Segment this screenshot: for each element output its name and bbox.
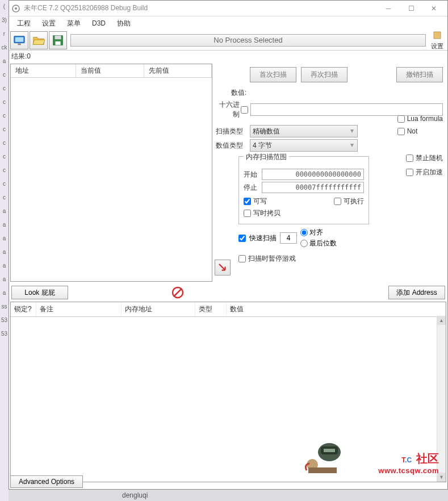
svg-rect-7 — [55, 41, 60, 44]
floppy-icon — [52, 34, 64, 47]
taskbar: dengluqi — [9, 490, 448, 501]
col-current[interactable]: 当前值 — [76, 64, 144, 77]
no-random-checkbox[interactable] — [406, 155, 413, 162]
menu-menu[interactable]: 菜单 — [61, 18, 86, 30]
taskbar-item[interactable]: dengluqi — [122, 491, 148, 499]
settings-icon — [432, 30, 442, 40]
results-count: 结果:0 — [9, 51, 447, 62]
monitor-icon — [13, 34, 26, 47]
close-button[interactable]: ✕ — [422, 1, 445, 16]
col-address[interactable]: 地址 — [11, 64, 76, 77]
ct-col-lock[interactable]: 锁定? — [11, 302, 36, 316]
open-button[interactable] — [30, 31, 48, 49]
svg-rect-13 — [324, 449, 335, 452]
undo-scan-button[interactable]: 撤销扫描 — [396, 67, 443, 82]
value-label: 数值: — [216, 88, 250, 98]
menu-d3d[interactable]: D3D — [86, 18, 111, 28]
menu-settings[interactable]: 设置 — [36, 18, 61, 30]
executable-checkbox[interactable] — [334, 198, 341, 205]
hex-checkbox[interactable] — [241, 106, 248, 114]
select-process-button[interactable] — [10, 31, 28, 49]
memory-scan-range-group: 内存扫描范围 开始 停止 可写 可执行 写时拷贝 — [238, 156, 369, 224]
no-entry-icon — [171, 286, 185, 299]
start-address-input[interactable] — [262, 169, 364, 180]
svg-rect-15 — [308, 467, 337, 473]
stop-address-input[interactable] — [262, 182, 364, 193]
watermark: T.C 社区 www.tcsqw.com — [378, 448, 439, 475]
cheat-table[interactable]: 锁定? 备注 内存地址 类型 数值 ▲ ▼ T.C 社区 www.tcsqw.c… — [10, 302, 446, 482]
arrow-down-right-icon — [217, 262, 228, 273]
svg-rect-8 — [434, 32, 441, 39]
scroll-down-icon[interactable]: ▼ — [437, 473, 446, 482]
value-type-dropdown[interactable]: 4 字节 — [250, 139, 358, 152]
align-radio[interactable] — [300, 229, 308, 236]
accel-checkbox[interactable] — [406, 169, 413, 176]
advanced-options-button[interactable]: Advanced Options — [10, 475, 83, 488]
settings-button[interactable]: 设置 — [428, 30, 446, 51]
lua-formula-checkbox[interactable] — [397, 115, 405, 123]
pause-game-checkbox[interactable] — [238, 255, 246, 262]
mascot-icon — [298, 436, 349, 476]
col-previous[interactable]: 先前值 — [144, 64, 212, 77]
hex-label: 十六进制 — [216, 100, 240, 119]
value-type-label: 数值类型 — [216, 141, 250, 151]
minimize-button[interactable]: ─ — [377, 1, 400, 16]
process-display[interactable]: No Process Selected — [70, 34, 426, 47]
ct-col-desc[interactable]: 备注 — [36, 302, 122, 316]
lastdigit-radio[interactable] — [300, 240, 308, 247]
cheat-table-scrollbar[interactable]: ▲ ▼ — [437, 316, 446, 482]
ct-col-type[interactable]: 类型 — [195, 302, 227, 316]
svg-point-1 — [15, 7, 17, 10]
first-scan-button[interactable]: 首次扫描 — [250, 67, 296, 82]
background-sidebar: (3)rckaccccccccccaaaaaaass5353 — [0, 0, 9, 501]
add-address-button[interactable]: 添加 Address — [388, 286, 445, 299]
writable-checkbox[interactable] — [244, 198, 251, 205]
fast-scan-value[interactable] — [280, 232, 297, 244]
cow-checkbox[interactable] — [244, 210, 251, 217]
titlebar: 未年CE 7.2 QQ2518206988 Debug Build ─ ☐ ✕ — [9, 1, 447, 16]
main-window: 未年CE 7.2 QQ2518206988 Debug Build ─ ☐ ✕ … — [9, 0, 448, 490]
menu-project[interactable]: 工程 — [11, 18, 36, 30]
svg-rect-6 — [55, 35, 61, 39]
scan-type-dropdown[interactable]: 精确数值 — [250, 125, 358, 137]
svg-rect-3 — [15, 37, 24, 41]
ct-col-addr[interactable]: 内存地址 — [122, 302, 195, 316]
menubar: 工程 设置 菜单 D3D 协助 — [9, 16, 447, 30]
scan-results-table[interactable]: 地址 当前值 先前值 — [10, 64, 212, 282]
menu-help[interactable]: 协助 — [111, 18, 136, 30]
app-icon — [11, 4, 20, 13]
scroll-up-icon[interactable]: ▲ — [437, 316, 446, 325]
scan-type-label: 扫描类型 — [216, 127, 250, 136]
folder-open-icon — [32, 34, 45, 47]
svg-rect-4 — [18, 43, 21, 45]
stop-label: 停止 — [244, 183, 262, 193]
maximize-button[interactable]: ☐ — [400, 1, 422, 16]
svg-line-10 — [174, 289, 182, 297]
save-button[interactable] — [49, 31, 67, 49]
not-checkbox[interactable] — [397, 128, 405, 135]
toolbar: No Process Selected 设置 — [9, 30, 447, 51]
start-label: 开始 — [244, 170, 262, 179]
look-button[interactable]: Look 屁屁 — [11, 286, 68, 299]
window-title: 未年CE 7.2 QQ2518206988 Debug Build — [24, 3, 377, 13]
fast-scan-label: 快速扫描 — [249, 233, 277, 243]
ct-col-value[interactable]: 数值 — [227, 302, 446, 316]
next-scan-button[interactable]: 再次扫描 — [301, 67, 347, 82]
fast-scan-checkbox[interactable] — [238, 235, 246, 242]
add-to-list-button[interactable] — [215, 260, 231, 275]
